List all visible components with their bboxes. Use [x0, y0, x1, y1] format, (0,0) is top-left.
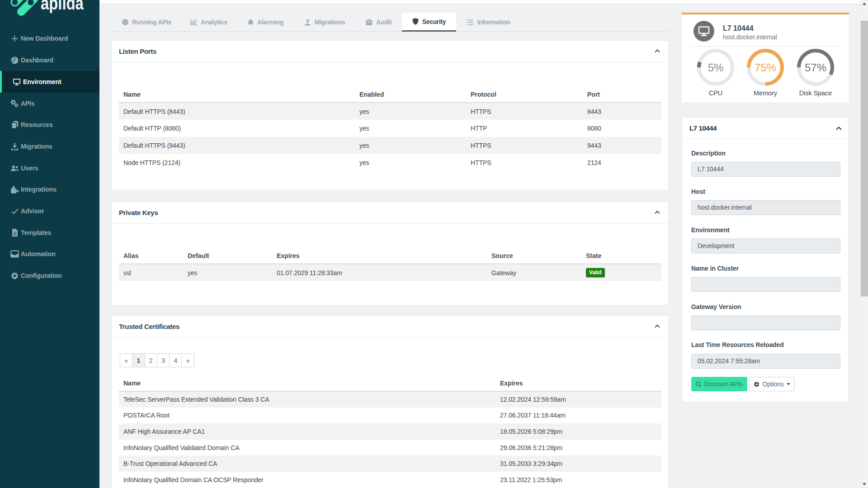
- svg-text:57%: 57%: [805, 61, 826, 74]
- svg-text:75%: 75%: [755, 61, 776, 74]
- svg-text:5%: 5%: [708, 61, 724, 74]
